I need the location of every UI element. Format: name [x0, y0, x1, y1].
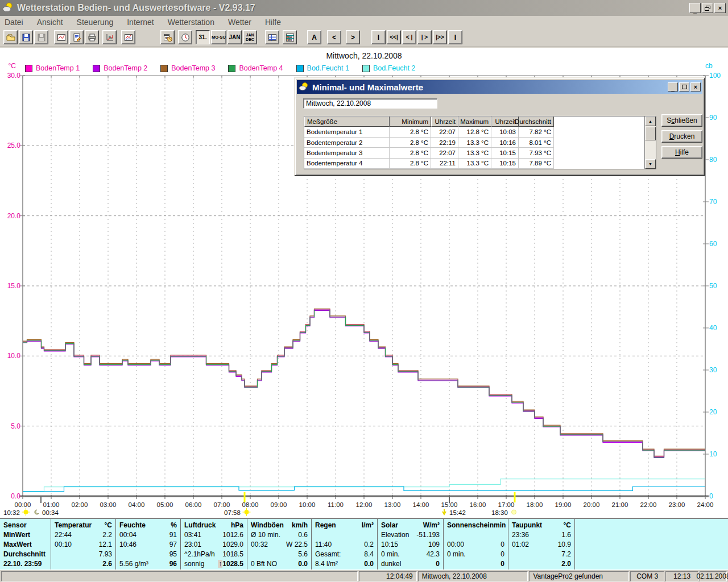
chart-curve-icon — [57, 33, 66, 42]
svg-text:03:00: 03:00 — [100, 501, 117, 508]
save-disabled-button — [34, 30, 48, 44]
scroll-thumb[interactable] — [645, 127, 656, 140]
svg-text:70: 70 — [709, 198, 717, 206]
table-row: Bodentemperatur 42.8 °C22:1113.3 °C10:15… — [304, 159, 644, 169]
table-cell: Bodentemperatur 4 — [304, 159, 390, 169]
minimize-button[interactable]: _ — [689, 3, 701, 13]
summary-sensor-column: SensorMinWertMaxWertDurchschnitt22.10. 2… — [0, 519, 51, 569]
svg-text:18:00: 18:00 — [527, 501, 543, 508]
menu-datei[interactable]: Datei — [5, 18, 23, 27]
scroll-up-button[interactable]: ▲ — [645, 117, 656, 126]
table-view-button[interactable] — [265, 30, 279, 44]
dialog-date-field[interactable]: Mittwoch, 22.10.2008 — [303, 98, 437, 109]
series-bodentemp-4 — [23, 310, 705, 457]
table-cell: 2.8 °C — [390, 159, 431, 169]
summary-group-solar: SolarW/m²Elevation-51.19310:151090 min.4… — [378, 519, 444, 569]
dialog-minimize-button[interactable]: _ — [668, 82, 678, 92]
legend-label: BodenTemp 2 — [104, 64, 147, 72]
open-icon — [6, 33, 15, 42]
table-cell: 22:19 — [431, 138, 458, 148]
day-view-button[interactable]: 31. — [196, 30, 210, 44]
chart-steps-button[interactable] — [102, 30, 117, 44]
svg-text:20:00: 20:00 — [584, 501, 600, 508]
svg-text:12:00: 12:00 — [356, 501, 373, 508]
column-header-meßgröße[interactable]: Meßgröße — [304, 117, 390, 127]
svg-text:80: 80 — [709, 156, 717, 164]
save-disabled-icon — [37, 33, 46, 42]
help-dialog-button[interactable]: Hilfe — [661, 146, 702, 159]
menu-wetterstation[interactable]: Wetterstation — [168, 18, 214, 27]
dialog-close-button[interactable]: × — [690, 82, 701, 92]
status-panel-1: 12:04:49 — [359, 571, 417, 581]
table-scrollbar[interactable]: ▲ ▼ — [644, 117, 656, 169]
svg-text:17:00: 17:00 — [498, 501, 515, 508]
svg-text:02:00: 02:00 — [72, 501, 88, 508]
chart-curve-button[interactable] — [54, 30, 68, 44]
nav-back-button[interactable]: < | — [402, 30, 416, 44]
legend-label: BodenTemp 1 — [36, 64, 80, 72]
open-button[interactable] — [3, 30, 18, 44]
month-view-button[interactable]: JAN — [228, 30, 242, 44]
svg-text:20: 20 — [709, 408, 717, 416]
svg-text:11:00: 11:00 — [328, 501, 344, 508]
nav-fast-back-button[interactable]: <<| — [387, 30, 401, 44]
menu-ansicht[interactable]: Ansicht — [37, 18, 63, 27]
menu-wetter[interactable]: Wetter — [228, 18, 251, 27]
svg-text:5.0: 5.0 — [11, 422, 20, 430]
chart-multi-button[interactable] — [121, 30, 135, 44]
save-button[interactable] — [19, 30, 33, 44]
nav-fwd-button[interactable]: | > — [417, 30, 432, 44]
svg-text:05:00: 05:00 — [157, 501, 173, 508]
print-button[interactable] — [85, 30, 99, 44]
calendar-day-button[interactable]: 31 — [160, 30, 175, 44]
svg-text:Min: Min — [287, 38, 292, 41]
report-button[interactable] — [69, 30, 84, 44]
column-header-durchschnitt[interactable]: Durchschnitt — [519, 117, 554, 127]
year-view-button[interactable]: JANDEC — [243, 30, 257, 44]
dialog-titlebar[interactable]: Minimal- und Maximalwerte _ × — [297, 80, 702, 94]
nav-last-button[interactable]: I — [448, 30, 462, 44]
status-panel-5: 12:13 — [665, 571, 698, 581]
status-panel-3: VantagePro2 gefunden — [529, 571, 629, 581]
svg-text:20.0: 20.0 — [7, 212, 21, 220]
svg-text:19:00: 19:00 — [555, 501, 572, 508]
column-header-minimum[interactable]: Minimum — [390, 117, 431, 127]
table-cell: 10:16 — [491, 138, 519, 148]
app-icon — [2, 2, 14, 15]
nav-first-button[interactable]: I — [371, 30, 386, 44]
week-view-button[interactable]: MO-SU — [211, 30, 226, 44]
close-button[interactable]: × — [714, 3, 726, 13]
menu-steuerung[interactable]: Steuerung — [77, 18, 114, 27]
restore-button[interactable] — [702, 3, 713, 13]
scroll-down-button[interactable]: ▼ — [645, 159, 656, 169]
table-cell: 13.3 °C — [458, 159, 491, 169]
font-button[interactable]: A — [307, 30, 321, 44]
svg-text:15.0: 15.0 — [7, 282, 21, 290]
column-header-uhrzeit[interactable]: Uhrzeit — [431, 117, 458, 127]
column-header-maximum[interactable]: Maximum — [458, 117, 491, 127]
next-button[interactable]: > — [346, 30, 360, 44]
calendar-day-icon: 31 — [163, 33, 172, 42]
clock-button[interactable] — [178, 30, 192, 44]
close-dialog-button[interactable]: Schließen — [661, 114, 702, 127]
table-cell: 22:07 — [431, 148, 458, 158]
prev-button[interactable]: < — [327, 30, 341, 44]
sun-moon-time-label: 15:42 — [449, 509, 466, 516]
table-cell: 2.8 °C — [390, 127, 431, 137]
table-cell: 7.89 °C — [519, 159, 554, 169]
menu-internet[interactable]: Internet — [127, 18, 154, 27]
menu-hilfe[interactable]: Hilfe — [265, 18, 281, 27]
svg-text:30.0: 30.0 — [7, 72, 21, 80]
summary-group-feuchte: Feuchte%00:049110:4697955.56 g/m³96 — [116, 519, 181, 569]
svg-text:24:00: 24:00 — [697, 501, 714, 508]
dialog-maximize-button[interactable] — [679, 82, 689, 92]
summary-group-luftdruck: LuftdruckhPa03:411012.623:011029.0^2.1hP… — [181, 519, 247, 569]
clock-icon — [181, 33, 190, 42]
nav-fast-fwd-button[interactable]: |>> — [433, 30, 447, 44]
table-cell: 2.8 °C — [390, 138, 431, 148]
maxmin-button[interactable]: MaxMin — [283, 30, 297, 44]
svg-text:10.0: 10.0 — [7, 352, 21, 360]
daily-summary-panel: SensorMinWertMaxWertDurchschnitt22.10. 2… — [0, 518, 728, 569]
print-dialog-button[interactable]: Drucken — [661, 130, 702, 143]
status-panel-6: 02.11.2008 — [700, 571, 727, 581]
